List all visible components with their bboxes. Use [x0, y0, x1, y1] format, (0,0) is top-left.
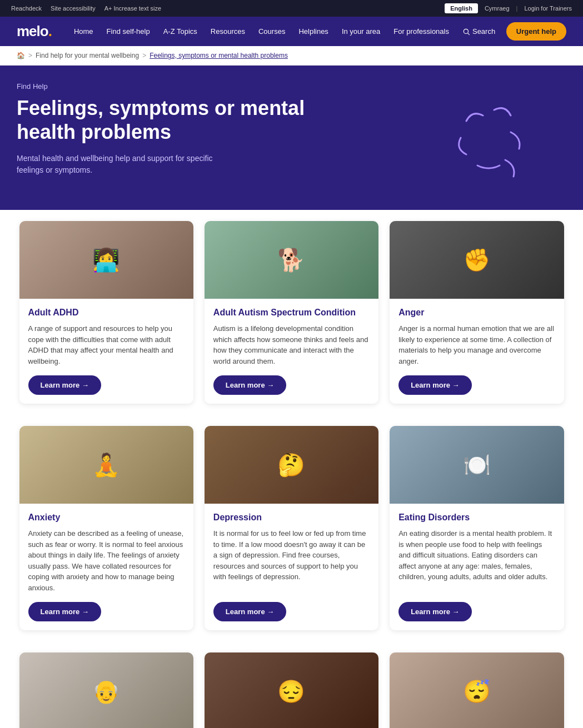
- card-eating-learn-more[interactable]: Learn more: [398, 602, 471, 621]
- home-icon[interactable]: 🏠: [17, 52, 25, 59]
- breadcrumb: 🏠 > Find help for your mental wellbeing …: [0, 46, 583, 66]
- card-adhd-image: 👩‍💻: [19, 221, 193, 299]
- card-anxiety-photo: 🧘: [19, 426, 193, 504]
- card-bottom1-image: 👴: [19, 652, 193, 728]
- top-bar-left: Reachdeck Site accessibility A+ Increase…: [11, 5, 161, 12]
- card-depression: 🤔 Depression It is normal for us to feel…: [205, 426, 378, 630]
- card-adhd-learn-more[interactable]: Learn more: [28, 375, 101, 395]
- breadcrumb-level1[interactable]: Find help for your mental wellbeing: [36, 52, 139, 59]
- card-eating-photo: 🍽️: [390, 426, 564, 504]
- site-logo[interactable]: melo.: [17, 23, 52, 40]
- card-adhd-title: Adult ADHD: [28, 308, 185, 318]
- urgent-help-button[interactable]: Urgent help: [506, 22, 566, 41]
- card-adhd-desc: A range of support and resources to help…: [28, 323, 185, 366]
- card-adhd-photo: 👩‍💻: [19, 221, 193, 299]
- accessibility-link[interactable]: Site accessibility: [51, 5, 96, 12]
- card-anger: ✊ Anger Anger is a normal human emotion …: [390, 221, 564, 404]
- nav-helplines[interactable]: Helplines: [293, 24, 333, 39]
- card-eating-body: Eating Disorders An eating disorder is a…: [390, 504, 564, 630]
- card-depression-learn-more[interactable]: Learn more: [213, 602, 286, 621]
- hero-decoration: [427, 88, 539, 199]
- cards-section: 👩‍💻 Adult ADHD A range of support and re…: [0, 210, 583, 728]
- svg-point-0: [464, 29, 468, 33]
- card-eating-desc: An eating disorder is a mental health pr…: [398, 528, 555, 593]
- logo-dot: .: [48, 23, 52, 39]
- card-depression-image: 🤔: [205, 426, 378, 504]
- nav-for-professionals[interactable]: For professionals: [388, 24, 455, 39]
- search-icon: [462, 28, 470, 36]
- card-anxiety-title: Anxiety: [28, 513, 185, 523]
- card-anxiety-desc: Anxiety can be described as a feeling of…: [28, 528, 185, 593]
- card-autism-photo: 🐕: [205, 221, 378, 299]
- nav-home[interactable]: Home: [68, 24, 99, 39]
- nav-find-self-help[interactable]: Find self-help: [101, 24, 156, 39]
- nav-az-topics[interactable]: A-Z Topics: [158, 24, 203, 39]
- nav-in-your-area[interactable]: In your area: [336, 24, 386, 39]
- card-anger-body: Anger Anger is a normal human emotion th…: [390, 299, 564, 404]
- card-bottom1-photo: 👴: [19, 652, 193, 728]
- card-depression-title: Depression: [213, 513, 370, 523]
- cymraeg-button[interactable]: Cymraeg: [485, 5, 510, 12]
- english-button[interactable]: English: [445, 3, 478, 13]
- card-adhd: 👩‍💻 Adult ADHD A range of support and re…: [19, 221, 193, 404]
- hero-description: Mental health and wellbeing help and sup…: [17, 153, 217, 198]
- card-bottom3: 😴: [390, 652, 564, 728]
- top-bar-right: English Cymraeg | Login for Trainers: [445, 3, 572, 13]
- text-size-btn[interactable]: A+ Increase text size: [104, 5, 161, 12]
- hero-section: Find Help Feelings, symptoms or mental h…: [0, 66, 583, 210]
- card-autism: 🐕 Adult Autism Spectrum Condition Autism…: [205, 221, 378, 404]
- search-label: Search: [472, 27, 495, 36]
- card-bottom2-image: 😔: [205, 652, 378, 728]
- card-autism-title: Adult Autism Spectrum Condition: [213, 308, 370, 318]
- card-bottom3-photo: 😴: [390, 652, 564, 728]
- card-autism-image: 🐕: [205, 221, 378, 299]
- card-anger-learn-more[interactable]: Learn more: [398, 375, 471, 395]
- card-depression-body: Depression It is normal for us to feel l…: [205, 504, 378, 630]
- card-adhd-body: Adult ADHD A range of support and resour…: [19, 299, 193, 404]
- card-autism-body: Adult Autism Spectrum Condition Autism i…: [205, 299, 378, 404]
- hero-title: Feelings, symptoms or mental health prob…: [17, 96, 339, 144]
- card-anxiety-learn-more[interactable]: Learn more: [28, 602, 101, 621]
- card-anger-photo: ✊: [390, 221, 564, 299]
- card-anxiety-image: 🧘: [19, 426, 193, 504]
- cards-row-3: 👴 😔 😴: [19, 641, 564, 728]
- card-bottom3-image: 😴: [390, 652, 564, 728]
- card-bottom2-photo: 😔: [205, 652, 378, 728]
- search-button[interactable]: Search: [457, 24, 501, 39]
- top-bar: Reachdeck Site accessibility A+ Increase…: [0, 0, 583, 17]
- breadcrumb-level2: Feelings, symptoms or mental health prob…: [150, 52, 288, 59]
- main-nav: melo. Home Find self-help A-Z Topics Res…: [0, 17, 583, 46]
- card-anxiety-body: Anxiety Anxiety can be described as a fe…: [19, 504, 193, 630]
- login-button[interactable]: Login for Trainers: [524, 5, 572, 12]
- card-depression-photo: 🤔: [205, 426, 378, 504]
- cards-row-2: 🧘 Anxiety Anxiety can be described as a …: [19, 415, 564, 630]
- cards-row-1: 👩‍💻 Adult ADHD A range of support and re…: [19, 210, 564, 404]
- card-anger-title: Anger: [398, 308, 555, 318]
- card-autism-desc: Autism is a lifelong developmental condi…: [213, 323, 370, 366]
- nav-courses[interactable]: Courses: [253, 24, 291, 39]
- card-eating-image: 🍽️: [390, 426, 564, 504]
- card-eating: 🍽️ Eating Disorders An eating disorder i…: [390, 426, 564, 630]
- card-eating-title: Eating Disorders: [398, 513, 555, 523]
- card-depression-desc: It is normal for us to feel low or fed u…: [213, 528, 370, 593]
- reachdeck-label[interactable]: Reachdeck: [11, 5, 42, 12]
- card-anger-desc: Anger is a normal human emotion that we …: [398, 323, 555, 366]
- svg-line-1: [468, 33, 470, 34]
- nav-links: Home Find self-help A-Z Topics Resources…: [68, 24, 502, 39]
- card-bottom1: 👴: [19, 652, 193, 728]
- card-autism-learn-more[interactable]: Learn more: [213, 375, 286, 395]
- nav-resources[interactable]: Resources: [205, 24, 251, 39]
- card-anxiety: 🧘 Anxiety Anxiety can be described as a …: [19, 426, 193, 630]
- card-bottom2: 😔: [205, 652, 378, 728]
- card-anger-image: ✊: [390, 221, 564, 299]
